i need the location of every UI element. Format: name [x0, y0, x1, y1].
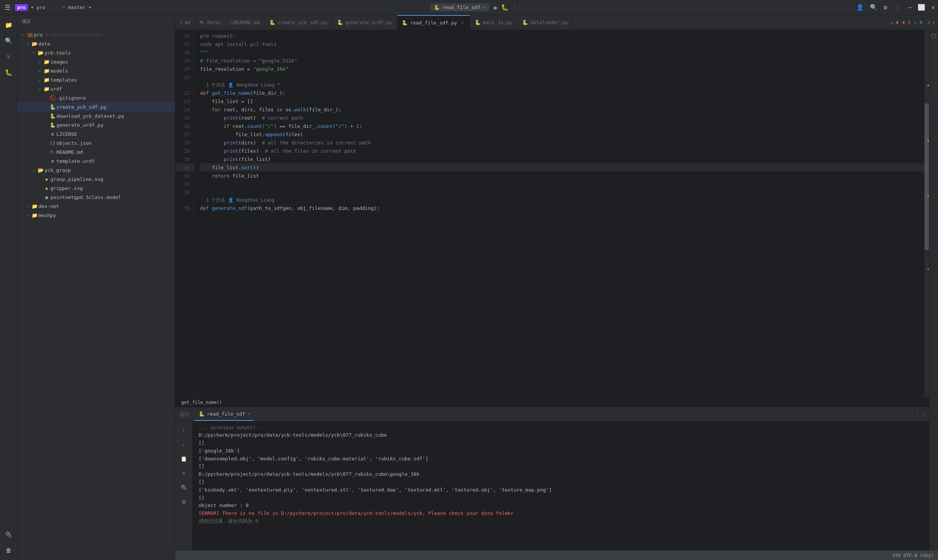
tree-item-data[interactable]: ▾ 📂 data — [17, 39, 175, 48]
code-16-content: pre request: — [200, 33, 235, 39]
error-count[interactable]: ✖ 3 — [902, 20, 910, 25]
tree-item-gripper[interactable]: ◈ gripper.svg — [17, 183, 175, 192]
code-29-sp — [200, 148, 224, 154]
minimize-button[interactable]: — — [908, 4, 912, 11]
folder-urdf-icon: 📁 — [43, 86, 51, 92]
code-scrollbar[interactable] — [924, 30, 929, 397]
tree-item-license[interactable]: ≡ LICENSE — [17, 129, 175, 138]
close-button[interactable]: ✕ — [931, 4, 935, 11]
code-area[interactable]: 16 17 18 19 20 21 22 23 24 25 26 27 — [175, 30, 929, 397]
menu-icon[interactable]: ☰ — [3, 2, 12, 13]
code-lines: pre request: sudo apt install pcl-tools … — [194, 30, 924, 397]
tree-item-readme[interactable]: M↓ README.md — [17, 148, 175, 157]
code-line-21 — [200, 73, 924, 81]
bottom-collapse-icon[interactable]: — — [923, 411, 926, 417]
tree-label-download: download_ycb_dataset.py — [57, 113, 124, 119]
tree-item-ycb-grasp[interactable]: ▾ 📂 ycb_grasp — [17, 166, 175, 174]
code-32-var: file_list — [229, 173, 259, 178]
tree-item-ycbtools[interactable]: ▾ 📂 ycb-tools — [17, 48, 175, 57]
tree-item-templates[interactable]: ▸ 📁 templates — [17, 75, 175, 84]
tree-item-images[interactable]: ▸ 📁 images — [17, 57, 175, 66]
warning-count[interactable]: ⚠ 4 — [890, 20, 898, 25]
code-22-def: def — [200, 90, 212, 96]
tree-item-template-urdf[interactable]: ≡ template.urdf — [17, 157, 175, 166]
folder-models-icon: 📁 — [43, 68, 51, 74]
run-settings[interactable]: ≡ — [178, 467, 190, 479]
code-line-29: print(files) # all the files in current … — [200, 147, 924, 155]
sidebar-icon-trash[interactable]: 🗑 — [2, 543, 15, 557]
tab-main1v-icon: 🐍 — [475, 20, 481, 25]
linenum-32: 32 — [175, 171, 194, 180]
sidebar-icon-debug[interactable]: 🐛 — [2, 65, 15, 79]
console-output[interactable]: ... (previous output) ... D:/pycharm/pro… — [192, 421, 929, 550]
bottom-tab-run[interactable]: 🐍 read_file_sdf ✕ — [194, 408, 254, 421]
run-plugin[interactable]: 🔌 — [178, 482, 190, 494]
sidebar-icon-search[interactable]: 🔍 — [2, 34, 15, 48]
tree-item-download-ycb[interactable]: 🐍 download_ycb_dataset.py — [17, 111, 175, 120]
code-31-punc: () — [253, 165, 259, 170]
code-line-25: print(root) # current path — [200, 114, 924, 122]
tab-create-ycb[interactable]: 🐍 create_ycb_sdf.py — [265, 15, 332, 30]
tab-close-read-file[interactable]: ✕ — [459, 20, 465, 26]
tab-dataloader[interactable]: 🐍 dataloader.py — [518, 15, 574, 30]
more-run-options[interactable]: ⋮ — [512, 4, 518, 11]
tab-bar-actions: ⚠ 4 ✖ 3 ✓ 9 ∧ ∨ — [887, 20, 938, 25]
tree-label-objects-json: objects.json — [57, 140, 92, 146]
pro-path: D:\pycharm\project\pro — [46, 32, 100, 37]
run-clipboard[interactable]: 📋 — [178, 453, 190, 465]
tree-item-grasp-pipeline[interactable]: ◈ grasp_pipeline.svg — [17, 174, 175, 183]
code-27-punc: (files) — [283, 132, 303, 137]
code-30-print: print — [224, 157, 238, 162]
run-button[interactable]: ▶ — [494, 3, 498, 11]
tree-item-pro[interactable]: ▾ 💼 pro D:\pycharm\project\pro — [17, 30, 175, 39]
tree-arrow-dexnet: ▸ — [25, 204, 31, 208]
folder-ycbgrasp-icon: 📂 — [37, 168, 45, 173]
tree-item-urdf[interactable]: ▸ 📁 urdf — [17, 84, 175, 93]
tab-main-1v[interactable]: 🐍 main_1v.py — [470, 15, 517, 30]
tab-md[interactable]: ≡ md — [175, 15, 195, 30]
project-badge: pro — [15, 4, 28, 11]
user-icon[interactable]: 👤 — [857, 4, 864, 11]
tab-generate-urdf[interactable]: 🐍 generate_urdf.py — [332, 15, 397, 30]
code-35-def: def — [200, 205, 212, 211]
code-23-content: file_list — [200, 98, 241, 104]
sidebar-icon-plugins[interactable]: 🔌 — [2, 528, 15, 541]
tree-label-ycbtools: ycb-tools — [45, 50, 71, 56]
run-scroll-down[interactable]: ↓ — [178, 438, 190, 451]
hint-2-method: 1 个方法 — [206, 197, 225, 203]
tab-nav-up[interactable]: ∧ — [927, 20, 930, 25]
ok-count[interactable]: ✓ 9 — [914, 20, 923, 25]
code-28-cm: # all the directories in current path — [256, 140, 371, 146]
run-trash[interactable]: 🗑 — [178, 496, 190, 508]
settings-icon[interactable]: ⚙ — [883, 4, 887, 11]
tab-nav-down[interactable]: ∨ — [932, 20, 935, 25]
run-scroll-up[interactable]: ↑ — [178, 424, 190, 436]
sidebar-icon-files[interactable]: 📁 — [2, 18, 15, 32]
tree-item-create-ycb[interactable]: 🐍 create_ycb_sdf.py — [17, 102, 175, 111]
maximize-button[interactable]: ⬜ — [918, 4, 925, 11]
hint-line-1: 1 个方法 👤 Hongzhuo Liang * — [200, 81, 924, 89]
code-17-content: sudo apt install pcl-tools — [200, 42, 277, 47]
tree-item-pointnet[interactable]: ◉ pointnetgpd_3class.model — [17, 192, 175, 202]
tree-item-generate-urdf[interactable]: 🐍 generate_urdf.py — [17, 120, 175, 129]
tab-main1v-label: main_1v.py — [483, 20, 512, 25]
tab-read-file-sdf[interactable]: 🐍 read_file_sdf.py ✕ — [397, 15, 470, 30]
tree-label-dexnet: dex-net — [38, 203, 59, 209]
tree-item-gitignore[interactable]: 🚫 .gitignore — [17, 93, 175, 102]
console-line-1: D:/pycharm/project/pro/data/ycb-tools/mo… — [198, 431, 923, 439]
run-tab-close[interactable]: ✕ — [248, 411, 250, 416]
bottom-more-icon[interactable]: ⋮ — [915, 411, 920, 417]
tree-label-pointnet: pointnetgpd_3class.model — [51, 194, 121, 200]
tree-item-objects-json[interactable]: {} objects.json — [17, 138, 175, 148]
search-icon[interactable]: 🔍 — [870, 4, 878, 11]
file-svg1-icon: ◈ — [43, 176, 51, 182]
file-urdf-icon: ≡ — [49, 158, 57, 164]
debug-button[interactable]: 🐛 — [501, 4, 509, 11]
linenum-25: 25 — [175, 114, 194, 122]
tab-readme[interactable]: M↓ data\...\README.md — [195, 15, 265, 30]
tree-item-meshpy[interactable]: ▸ 📁 meshpy — [17, 211, 175, 220]
project-name: ▾ pro — [31, 5, 46, 10]
tree-item-dexnet[interactable]: ▸ 📁 dex-net — [17, 202, 175, 211]
sidebar-icon-git[interactable]: ⑂ — [2, 50, 15, 63]
tree-item-models[interactable]: ▸ 📁 models — [17, 66, 175, 75]
